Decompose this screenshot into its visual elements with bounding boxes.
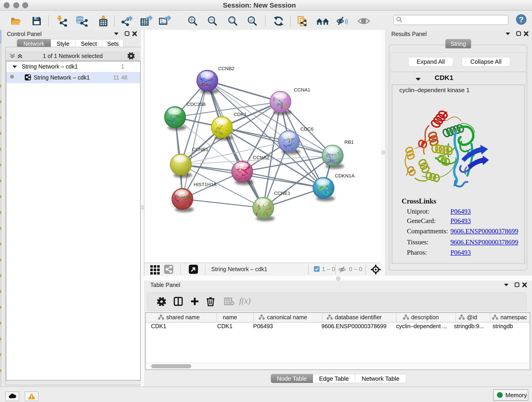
svg-text:CCNA1: CCNA1	[294, 87, 310, 92]
svg-text:CCNB2: CCNB2	[218, 66, 234, 71]
svg-text:HIST1H1A: HIST1H1A	[194, 182, 216, 187]
svg-text:CDC6: CDC6	[300, 126, 313, 132]
svg-text:CCNA2: CCNA2	[253, 155, 269, 160]
svg-text:CDKN1A: CDKN1A	[335, 173, 355, 178]
svg-text:CDK1: CDK1	[234, 112, 247, 117]
svg-text:RB1: RB1	[344, 139, 354, 145]
svg-text:CCNB1: CCNB1	[192, 147, 208, 152]
svg-text:CCNE1: CCNE1	[274, 191, 290, 196]
svg-text:CDC25B: CDC25B	[187, 102, 206, 107]
